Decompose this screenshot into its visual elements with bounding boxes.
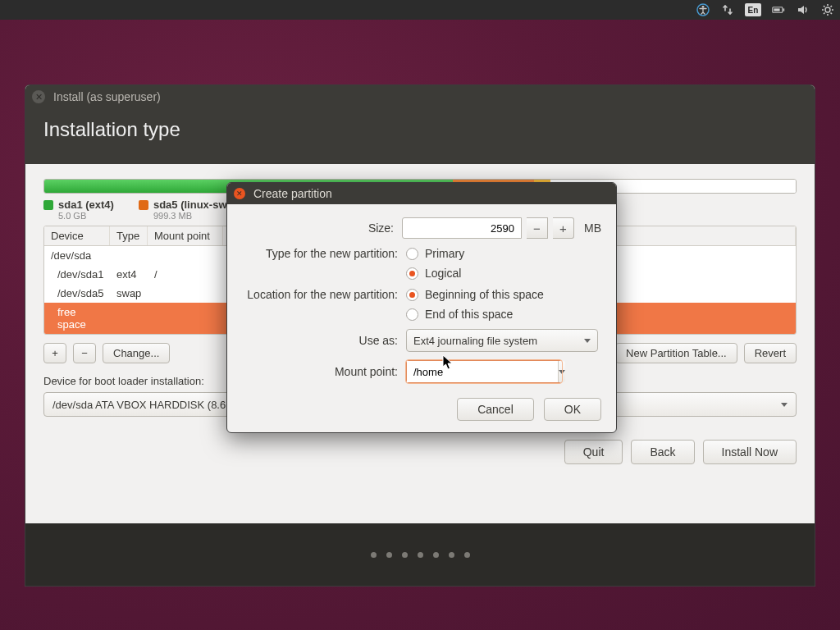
network-icon[interactable]	[720, 2, 735, 17]
pager-dot[interactable]	[371, 552, 377, 558]
size-unit: MB	[584, 221, 601, 235]
svg-line-12	[824, 13, 825, 15]
use-as-dropdown[interactable]: Ext4 journaling file system	[406, 329, 598, 352]
svg-rect-4	[774, 8, 779, 11]
dialog-footer: Cancel OK	[242, 398, 601, 421]
add-partition-button[interactable]: +	[43, 343, 66, 363]
install-now-button[interactable]: Install Now	[703, 440, 797, 464]
gear-icon[interactable]	[820, 2, 835, 17]
radio-icon	[406, 248, 418, 260]
size-increment-button[interactable]: +	[553, 217, 574, 239]
radio-icon	[406, 308, 418, 321]
radio-icon	[406, 267, 418, 280]
radio-icon	[406, 289, 418, 301]
mount-point-combobox[interactable]	[406, 360, 562, 383]
create-partition-dialog: ✕ Create partition Size: − + MB Type for…	[226, 182, 617, 433]
pager-dot[interactable]	[418, 552, 423, 558]
cancel-button[interactable]: Cancel	[457, 398, 534, 421]
svg-point-5	[825, 7, 830, 12]
svg-line-11	[831, 13, 833, 15]
quit-button[interactable]: Quit	[564, 440, 623, 464]
radio-end[interactable]: End of this space	[406, 308, 544, 321]
accessibility-icon[interactable]	[696, 2, 710, 17]
radio-logical[interactable]: Logical	[406, 267, 464, 280]
size-decrement-button[interactable]: −	[527, 217, 548, 239]
radio-label: Logical	[425, 267, 461, 280]
ok-button[interactable]: OK	[544, 398, 601, 421]
remove-partition-button[interactable]: −	[73, 343, 96, 363]
use-as-label: Use as:	[242, 334, 406, 347]
close-icon[interactable]: ✕	[32, 90, 45, 103]
close-icon[interactable]: ✕	[234, 188, 245, 199]
svg-rect-3	[783, 8, 785, 11]
new-partition-table-button[interactable]: New Partition Table...	[615, 343, 737, 363]
pager-strip	[25, 523, 815, 586]
pager-dot[interactable]	[386, 552, 392, 558]
chevron-down-icon[interactable]	[558, 361, 565, 382]
size-label: Size:	[242, 221, 402, 235]
top-menubar: En	[0, 0, 840, 20]
legend-sub: 5.0 GB	[58, 211, 114, 221]
col-header-device[interactable]: Device	[44, 226, 110, 245]
size-input[interactable]	[402, 217, 522, 239]
mount-label: Mount point:	[242, 365, 406, 378]
bootloader-value: /dev/sda ATA VBOX HARDDISK (8.6 GB)	[52, 399, 248, 411]
legend-swatch-icon	[43, 200, 53, 210]
legend-label: sda1 (ext4)	[58, 199, 114, 211]
language-indicator[interactable]: En	[745, 3, 761, 16]
radio-label: End of this space	[425, 308, 513, 321]
revert-button[interactable]: Revert	[744, 343, 797, 363]
col-header-type[interactable]: Type	[110, 226, 148, 245]
radio-primary[interactable]: Primary	[406, 247, 464, 260]
pager-dot[interactable]	[402, 552, 408, 558]
back-button[interactable]: Back	[631, 440, 694, 464]
chevron-down-icon	[584, 339, 591, 343]
pager-dot[interactable]	[433, 552, 439, 558]
volume-icon[interactable]	[796, 2, 810, 17]
window-footer: Quit Back Install Now	[43, 440, 797, 464]
radio-beginning[interactable]: Beginning of this space	[406, 288, 544, 301]
svg-line-13	[831, 6, 833, 7]
radio-label: Primary	[425, 247, 464, 260]
battery-icon[interactable]	[771, 2, 786, 17]
dialog-title: Create partition	[253, 187, 332, 200]
change-button[interactable]: Change...	[103, 343, 170, 363]
window-titlebar[interactable]: ✕ Install (as superuser)	[25, 85, 815, 108]
chevron-down-icon	[781, 403, 788, 407]
location-label: Location for the new partition:	[242, 288, 406, 301]
legend-swatch-icon	[139, 200, 148, 210]
dialog-titlebar[interactable]: ✕ Create partition	[227, 183, 616, 204]
legend-item: sda1 (ext4) 5.0 GB	[43, 199, 114, 221]
radio-label: Beginning of this space	[425, 288, 544, 301]
svg-point-1	[702, 6, 705, 8]
page-title: Installation type	[25, 108, 815, 164]
type-label: Type for the new partition:	[242, 247, 406, 260]
use-as-value: Ext4 journaling file system	[413, 335, 537, 347]
col-header-mount[interactable]: Mount point	[148, 226, 223, 245]
dialog-body: Size: − + MB Type for the new partition:…	[227, 204, 616, 432]
mount-point-input[interactable]	[407, 361, 558, 382]
pager-dot[interactable]	[464, 552, 470, 558]
svg-line-10	[824, 6, 825, 7]
window-title: Install (as superuser)	[53, 90, 161, 103]
pager-dot[interactable]	[449, 552, 454, 558]
